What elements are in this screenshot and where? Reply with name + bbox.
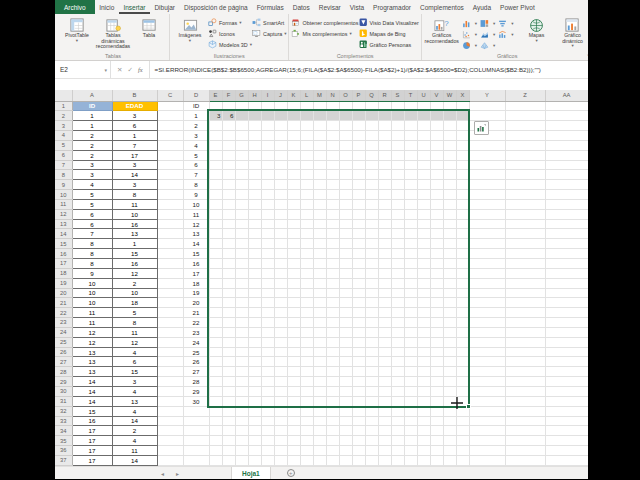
column-header-x[interactable]: X [456, 90, 469, 101]
cell-G19[interactable] [235, 278, 248, 288]
cell-AA13[interactable] [545, 219, 588, 229]
cell-R2[interactable] [378, 111, 391, 121]
cell-V37[interactable] [430, 455, 443, 465]
cell-R4[interactable] [378, 131, 391, 141]
cell-A2[interactable]: 1 [72, 111, 112, 121]
cell-L31[interactable] [300, 396, 313, 406]
cell-Y7[interactable] [469, 160, 505, 170]
cell-T4[interactable] [404, 131, 417, 141]
cell-I16[interactable] [261, 249, 274, 259]
cell-V29[interactable] [430, 377, 443, 387]
cell-S14[interactable] [391, 229, 404, 239]
cell-O9[interactable] [339, 180, 352, 190]
cell-W29[interactable] [443, 377, 456, 387]
cell-M19[interactable] [313, 278, 326, 288]
cell-V24[interactable] [430, 327, 443, 337]
cell-I35[interactable] [261, 436, 274, 446]
cell-F32[interactable] [222, 406, 235, 416]
cell-H27[interactable] [248, 357, 261, 367]
cell-E16[interactable] [209, 249, 222, 259]
cell-G37[interactable] [235, 455, 248, 465]
cell-C1[interactable] [157, 101, 183, 111]
cell-R6[interactable] [378, 150, 391, 160]
cell-M6[interactable] [313, 150, 326, 160]
ribbon-button-treemap-chart[interactable]: ▾ [480, 19, 495, 28]
cell-L2[interactable] [300, 111, 313, 121]
cell-G36[interactable] [235, 446, 248, 456]
cell-B23[interactable]: 8 [112, 318, 157, 328]
cell-K20[interactable] [287, 288, 300, 298]
cell-S6[interactable] [391, 150, 404, 160]
cell-V34[interactable] [430, 426, 443, 436]
cell-A27[interactable]: 13 [72, 357, 112, 367]
cell-V20[interactable] [430, 288, 443, 298]
cell-Q36[interactable] [365, 446, 378, 456]
cell-I22[interactable] [261, 308, 274, 318]
cell-A11[interactable]: 5 [72, 199, 112, 209]
cell-E13[interactable] [209, 219, 222, 229]
cell-R20[interactable] [378, 288, 391, 298]
cell-K7[interactable] [287, 160, 300, 170]
cell-T27[interactable] [404, 357, 417, 367]
cell-D32[interactable] [183, 406, 209, 416]
cell-J29[interactable] [274, 377, 287, 387]
cell-O11[interactable] [339, 199, 352, 209]
cell-AA26[interactable] [545, 347, 588, 357]
cell-M16[interactable] [313, 249, 326, 259]
cell-P10[interactable] [352, 190, 365, 200]
cell-S4[interactable] [391, 131, 404, 141]
cell-J17[interactable] [274, 259, 287, 269]
cell-T10[interactable] [404, 190, 417, 200]
cell-A12[interactable]: 6 [72, 209, 112, 219]
cell-X17[interactable] [456, 259, 469, 269]
cell-Z14[interactable] [505, 229, 545, 239]
cell-T34[interactable] [404, 426, 417, 436]
cell-D14[interactable]: 13 [183, 229, 209, 239]
cell-X13[interactable] [456, 219, 469, 229]
cell-M10[interactable] [313, 190, 326, 200]
cell-B10[interactable]: 8 [112, 190, 157, 200]
cell-B16[interactable]: 15 [112, 249, 157, 259]
cell-I13[interactable] [261, 219, 274, 229]
cell-Z13[interactable] [505, 219, 545, 229]
cell-J3[interactable] [274, 121, 287, 131]
cell-B27[interactable]: 6 [112, 357, 157, 367]
cell-X8[interactable] [456, 170, 469, 180]
row-header-32[interactable]: 32 [55, 406, 72, 416]
cell-I8[interactable] [261, 170, 274, 180]
cell-A28[interactable]: 13 [72, 367, 112, 377]
cell-E26[interactable] [209, 347, 222, 357]
cell-C26[interactable] [157, 347, 183, 357]
cell-Y18[interactable] [469, 268, 505, 278]
ribbon-button-combo-chart[interactable]: ▾ [498, 30, 513, 39]
cell-U25[interactable] [417, 337, 430, 347]
cell-C4[interactable] [157, 131, 183, 141]
cell-Z24[interactable] [505, 327, 545, 337]
cell-J10[interactable] [274, 190, 287, 200]
cell-W16[interactable] [443, 249, 456, 259]
cell-X19[interactable] [456, 278, 469, 288]
cell-O24[interactable] [339, 327, 352, 337]
cell-L35[interactable] [300, 436, 313, 446]
cell-L37[interactable] [300, 455, 313, 465]
cell-W5[interactable] [443, 140, 456, 150]
cell-H26[interactable] [248, 347, 261, 357]
cell-M13[interactable] [313, 219, 326, 229]
cell-Z20[interactable] [505, 288, 545, 298]
cell-Z9[interactable] [505, 180, 545, 190]
cell-B18[interactable]: 12 [112, 268, 157, 278]
cell-P16[interactable] [352, 249, 365, 259]
cell-AA20[interactable] [545, 288, 588, 298]
cell-L3[interactable] [300, 121, 313, 131]
cell-H22[interactable] [248, 308, 261, 318]
row-header-7[interactable]: 7 [55, 160, 72, 170]
ribbon-tab-programador[interactable]: Programador [369, 0, 416, 14]
cell-AA15[interactable] [545, 239, 588, 249]
cell-C24[interactable] [157, 327, 183, 337]
cell-I6[interactable] [261, 150, 274, 160]
cell-M29[interactable] [313, 377, 326, 387]
cell-Q5[interactable] [365, 140, 378, 150]
cell-P21[interactable] [352, 298, 365, 308]
cell-A22[interactable]: 11 [72, 308, 112, 318]
cell-E19[interactable] [209, 278, 222, 288]
